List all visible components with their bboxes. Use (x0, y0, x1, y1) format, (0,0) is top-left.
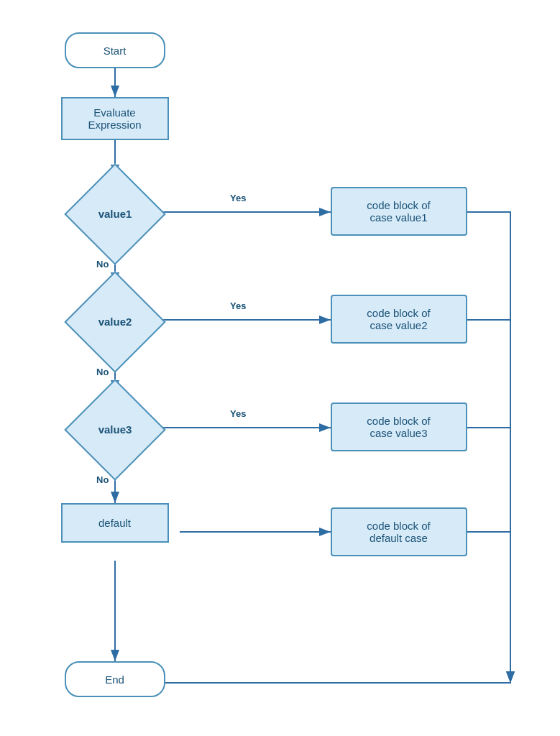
default-node: default (61, 503, 169, 543)
start-label: Start (104, 45, 127, 57)
value1-label: value1 (98, 208, 132, 220)
code1-label: code block of case value1 (367, 199, 430, 224)
code-block-default: code block of default case (331, 507, 467, 556)
code-block-value3: code block of case value3 (331, 402, 467, 451)
start-node: Start (65, 32, 165, 68)
yes-label-3: Yes (230, 408, 246, 419)
flowchart: Yes No Yes No Yes No Start Evaluate Expr… (22, 14, 539, 719)
value3-diamond: value3 (78, 392, 153, 467)
no-label-2: No (96, 367, 109, 377)
code-block-value2: code block of case value2 (331, 295, 467, 344)
value2-diamond: value2 (78, 284, 153, 359)
yes-label-1: Yes (230, 193, 246, 203)
code-default-label: code block of default case (367, 520, 430, 544)
end-node: End (65, 661, 165, 697)
end-label: End (105, 673, 124, 686)
yes-label-2: Yes (230, 300, 246, 311)
code3-label: code block of case value3 (367, 415, 430, 439)
value2-label: value2 (98, 316, 132, 328)
no-label-1: No (96, 259, 109, 270)
default-label: default (98, 517, 131, 529)
evaluate-node: Evaluate Expression (61, 97, 169, 140)
no-label-3: No (96, 474, 109, 485)
evaluate-label: Evaluate Expression (88, 106, 141, 131)
code-block-value1: code block of case value1 (331, 187, 467, 236)
value1-diamond: value1 (78, 176, 153, 252)
value3-label: value3 (98, 423, 132, 436)
code2-label: code block of case value2 (367, 307, 430, 331)
